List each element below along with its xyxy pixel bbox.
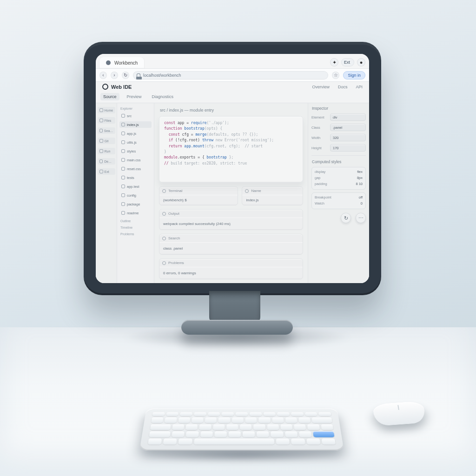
nav-item-4[interactable]: Run — [98, 148, 115, 154]
action-row[interactable]: Breakpoint off — [312, 194, 365, 200]
more-button[interactable]: ⋯ — [356, 213, 366, 223]
file-item[interactable]: app.js — [119, 130, 152, 137]
header-link-2[interactable]: API — [355, 84, 364, 90]
inspector-field: Width 320 — [311, 134, 366, 141]
nav-label: Files — [105, 119, 112, 122]
explorer-group[interactable]: Timeline — [120, 226, 152, 229]
refresh-button[interactable]: ↻ — [341, 213, 351, 223]
file-item[interactable]: main.css — [119, 157, 152, 163]
nav-label: Git — [105, 139, 109, 143]
panel-header[interactable]: Problems — [159, 259, 303, 267]
inspector-actions: ↻ ⋯ — [311, 212, 366, 223]
explorer-header: Explorer — [120, 107, 152, 110]
signin-button[interactable]: Sign in — [343, 71, 365, 79]
action-value: off — [359, 195, 363, 199]
file-label: src — [127, 114, 132, 118]
tab-source[interactable]: Source — [100, 93, 119, 100]
keyboard — [139, 409, 344, 450]
signin-label: Sign in — [348, 73, 361, 78]
file-item[interactable]: index.js — [119, 121, 152, 128]
extensions-button[interactable]: ✦ — [330, 58, 338, 66]
file-item[interactable]: styles — [119, 148, 152, 154]
file-item[interactable]: readme — [119, 210, 152, 216]
url-text: localhost/workbench — [143, 73, 181, 78]
problems-text: 0 errors, 0 warnings — [159, 267, 303, 279]
file-item[interactable]: tests — [119, 174, 152, 181]
panel-header[interactable]: Output — [159, 210, 303, 218]
field-label: Class — [311, 126, 327, 130]
header-links: Overview Docs API — [311, 84, 364, 90]
forward-button[interactable]: › — [111, 72, 118, 79]
header-link-0[interactable]: Overview — [311, 84, 331, 90]
file-label: tests — [127, 176, 134, 180]
star-icon: ☆ — [334, 73, 338, 78]
file-item[interactable]: config — [119, 192, 152, 198]
style-value: 8 10 — [356, 182, 363, 186]
field-input[interactable]: .panel — [330, 124, 366, 131]
file-item[interactable]: app.test — [119, 183, 152, 190]
field-input[interactable]: 170 — [330, 144, 366, 152]
panel-header[interactable]: Name — [242, 187, 303, 195]
action-row[interactable]: Watch 0 — [312, 200, 365, 206]
name-value[interactable]: index.js — [242, 195, 303, 205]
file-label: styles — [127, 149, 136, 153]
nav-item-0[interactable]: Home — [98, 107, 115, 113]
nav-label: Home — [105, 109, 113, 112]
browser-tab[interactable]: Workbench — [99, 57, 144, 68]
nav-item-6[interactable]: Ext — [98, 168, 115, 175]
inspector-header: Inspector — [311, 106, 366, 111]
more-icon: ⋯ — [358, 215, 364, 221]
field-label: Width — [311, 136, 327, 140]
problems-panel: Problems 0 errors, 0 warnings — [159, 258, 303, 279]
nav-item-2[interactable]: Search — [98, 127, 115, 134]
nav-item-3[interactable]: Git — [98, 138, 115, 144]
refresh-icon: ↻ — [344, 215, 348, 221]
separator — [311, 155, 366, 156]
search-input[interactable]: class .panel — [159, 242, 303, 254]
action-name: Watch — [315, 201, 324, 205]
file-item[interactable]: reset.css — [119, 165, 152, 172]
nav-item-5[interactable]: Debug — [98, 158, 115, 165]
terminal-input[interactable]: (workbench) $ — [159, 195, 238, 205]
back-button[interactable]: ‹ — [99, 72, 107, 79]
header-link-1[interactable]: Docs — [337, 84, 349, 90]
explorer-group[interactable]: Problems — [120, 232, 152, 236]
url-field[interactable]: localhost/workbench — [133, 71, 328, 79]
field-input[interactable]: 320 — [330, 134, 366, 141]
panel-header[interactable]: Search — [159, 234, 303, 242]
reload-button[interactable]: ↻ — [122, 72, 129, 79]
style-row[interactable]: padding 8 10 — [312, 181, 365, 187]
style-row[interactable]: gap 8px — [312, 175, 365, 181]
style-row[interactable]: display flex — [312, 169, 365, 175]
field-label: Height — [311, 146, 327, 150]
profile-button[interactable]: ● — [357, 58, 365, 66]
inspector-field: Element div — [311, 113, 366, 121]
file-label: readme — [127, 211, 139, 215]
file-label: main.css — [127, 158, 141, 162]
screen: Workbench ✦ Ext ● ‹ — [96, 54, 369, 283]
file-item[interactable]: utils.js — [119, 139, 152, 145]
app-title-text: Web IDE — [111, 84, 132, 90]
tab-preview[interactable]: Preview — [124, 93, 145, 100]
code-editor[interactable]: const app = require('./app');function bo… — [159, 116, 303, 183]
extension-chip[interactable]: Ext — [341, 58, 354, 66]
name-panel: Name index.js — [242, 186, 303, 205]
nav-label: Debug — [104, 160, 113, 163]
explorer-group[interactable]: Outline — [120, 219, 152, 223]
file-label: package — [127, 202, 140, 206]
file-item[interactable]: package — [119, 201, 152, 207]
tab-diagnostics[interactable]: Diagnostics — [149, 93, 177, 100]
puzzle-icon: ✦ — [332, 60, 337, 66]
file-item[interactable]: src — [119, 112, 152, 119]
editor-breadcrumb[interactable]: src / index.js — module entry — [159, 107, 303, 112]
file-label: reset.css — [127, 167, 141, 171]
user-icon: ● — [360, 60, 363, 65]
panel-header[interactable]: Terminal — [159, 187, 238, 195]
bookmark-button[interactable]: ☆ — [332, 72, 339, 79]
field-input[interactable]: div — [330, 113, 366, 121]
action-value: 0 — [361, 201, 363, 205]
inspector-field: Class .panel — [311, 124, 366, 131]
nav-item-1[interactable]: Files — [98, 117, 115, 124]
tab-title: Workbench — [114, 60, 138, 66]
action-name: Breakpoint — [315, 195, 331, 199]
